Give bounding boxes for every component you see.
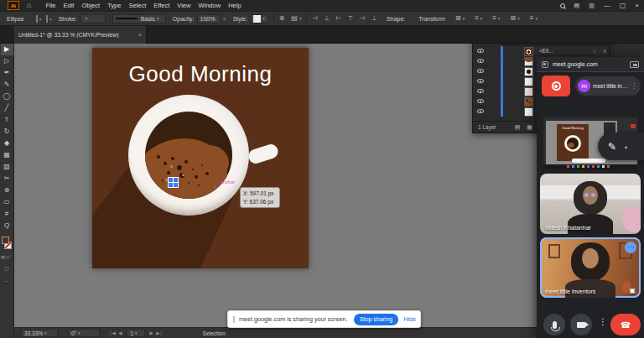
cup-handle[interactable] <box>247 143 279 165</box>
tool-button[interactable]: Q <box>1 220 13 231</box>
restore-button[interactable]: ▢ <box>620 3 626 9</box>
layer-label[interactable]: <Ell... <box>539 48 553 54</box>
meeting-chip[interactable]: m meet little inve... ⋮ <box>575 76 641 96</box>
close-button[interactable]: × <box>635 3 639 9</box>
layer-thumbnail[interactable] <box>524 47 533 56</box>
menu-item[interactable]: File <box>45 2 55 9</box>
menu-item[interactable]: Window <box>198 2 221 9</box>
visibility-eye-icon[interactable] <box>477 79 484 83</box>
layer-thumbnail[interactable] <box>524 67 533 76</box>
home-icon[interactable]: ⌂ <box>27 2 31 9</box>
draw-mode-icon[interactable]: ▢ <box>4 265 9 271</box>
arrange-documents-icon[interactable]: ▤ <box>574 3 580 8</box>
tool-button[interactable]: ▶ <box>1 44 13 55</box>
tool-button[interactable]: T <box>1 114 13 126</box>
minimize-button[interactable]: — <box>604 3 610 9</box>
artboard-number-select[interactable]: 1 <box>127 329 145 337</box>
tab-close-icon[interactable]: × <box>138 32 142 38</box>
tool-button[interactable]: ▷ <box>1 55 13 67</box>
layer-row[interactable]: <Ell... ○ ∧ <box>473 46 609 56</box>
document-setup-icon[interactable]: ▤ <box>291 15 301 22</box>
toolbar-more-icon[interactable]: … <box>3 277 9 283</box>
annotation-tool-popup[interactable]: ✎ ▴ <box>598 133 644 160</box>
coffee-surface[interactable] <box>145 112 232 199</box>
control-icon[interactable]: ⊞ <box>511 15 520 22</box>
layer-thumbnail[interactable] <box>524 97 533 107</box>
chip-menu-icon[interactable]: ⋮ <box>630 82 638 90</box>
artboard-nav-next-icons[interactable]: ▶ ▶| <box>149 330 162 335</box>
layer-target-icon[interactable]: ○ <box>593 48 596 54</box>
layer-thumbnail[interactable] <box>524 87 533 96</box>
tile-crop-icon[interactable]: ▣ <box>629 287 636 294</box>
control-icon[interactable]: ⊞ <box>455 15 465 22</box>
tool-button[interactable]: ✒ <box>1 67 13 79</box>
fill-color-swatch[interactable] <box>36 16 42 22</box>
opacity-input[interactable]: 100% <box>197 14 221 23</box>
visibility-eye-icon[interactable] <box>477 49 484 53</box>
tile-options-button[interactable]: ⋯ <box>625 242 636 253</box>
visibility-eye-icon[interactable] <box>477 99 484 103</box>
tool-button[interactable]: ╱ <box>1 102 13 114</box>
tool-button[interactable]: ▭ <box>1 196 13 208</box>
stroke-weight-select[interactable] <box>80 14 106 23</box>
artboard[interactable]: Good Morning <box>92 48 309 268</box>
tool-button[interactable]: ◯ <box>1 91 13 102</box>
align-icon[interactable]: ⊥ <box>371 15 377 22</box>
picture-in-picture-icon[interactable] <box>630 61 639 68</box>
document-setup-globe-icon[interactable]: ⊕ <box>279 15 285 22</box>
menu-item[interactable]: Effect <box>153 2 169 9</box>
participant-tile[interactable]: meet little inventors ⋯ ▣ <box>540 237 641 298</box>
recording-button[interactable] <box>542 75 570 96</box>
stop-sharing-button[interactable]: Stop sharing <box>354 314 398 325</box>
menu-item[interactable]: Help <box>228 2 241 9</box>
artboard-nav-prev-icons[interactable]: |◀ ◀ <box>110 330 122 335</box>
end-call-button[interactable]: ☎ <box>610 314 641 335</box>
align-icon[interactable]: ⊣ <box>360 15 365 22</box>
menu-item[interactable]: Type <box>107 2 121 9</box>
rotation-select[interactable]: 0° <box>68 329 100 337</box>
hide-link[interactable]: Hide <box>403 315 416 323</box>
layers-footer-icon[interactable]: ▤ <box>515 124 521 131</box>
visibility-eye-icon[interactable] <box>477 69 484 73</box>
camera-button[interactable] <box>570 314 592 335</box>
collapse-arrow-icon[interactable]: ▴ <box>625 143 627 149</box>
layer-thumbnail[interactable] <box>524 107 533 117</box>
layer-thumbnail[interactable] <box>524 57 533 66</box>
live-shape-widget[interactable] <box>168 177 179 188</box>
layer-expand-caret[interactable]: ∧ <box>603 48 606 54</box>
menu-item[interactable]: Edit <box>64 2 75 9</box>
tool-button[interactable]: ▦ <box>1 149 13 161</box>
menu-item[interactable]: View <box>177 2 190 9</box>
brush-select[interactable]: Basic <box>112 14 166 23</box>
fill-indicator-swatch[interactable] <box>2 237 9 244</box>
transform-label[interactable]: Transform <box>418 16 445 22</box>
more-options-icon[interactable]: ⋮ <box>599 317 607 326</box>
menu-item[interactable]: Select <box>128 2 146 9</box>
color-mode-icons[interactable]: ▤▢╱ <box>1 255 10 259</box>
tool-button[interactable]: # <box>1 208 13 220</box>
align-icon[interactable]: ⊢ <box>336 15 341 22</box>
tool-button[interactable]: ◆ <box>1 138 13 149</box>
layer-thumbnail[interactable] <box>524 77 533 86</box>
tool-button[interactable]: ✂ <box>1 173 13 185</box>
opacity-more-arrow[interactable]: > <box>223 16 226 22</box>
style-select[interactable] <box>250 14 268 23</box>
control-icon[interactable]: ≡ <box>492 15 500 22</box>
document-tab[interactable]: Untitled-1* @ 33.33 % (CMYK/Preview) × <box>14 26 147 44</box>
workspace-switcher-icon[interactable]: ▥ <box>589 3 595 8</box>
microphone-button[interactable] <box>543 314 565 335</box>
menu-item[interactable]: Object <box>81 2 100 9</box>
tool-button[interactable]: ⊕ <box>1 185 13 196</box>
control-icon[interactable]: ≡ <box>530 15 538 22</box>
tool-button[interactable]: ▧ <box>1 161 13 173</box>
control-icon[interactable]: ≡ <box>475 15 482 22</box>
pen-icon[interactable]: ✎ <box>608 141 616 153</box>
tool-button[interactable]: ✎ <box>1 79 13 91</box>
visibility-eye-icon[interactable] <box>477 109 484 113</box>
visibility-eye-icon[interactable] <box>477 59 484 63</box>
visibility-eye-icon[interactable] <box>477 89 484 93</box>
align-icon[interactable]: ⊤ <box>348 15 353 22</box>
align-icon[interactable]: ⊥ <box>325 15 330 22</box>
align-icon[interactable]: ⊣ <box>312 15 317 22</box>
participant-tile[interactable]: Mitesh Khatanhar <box>540 174 641 234</box>
